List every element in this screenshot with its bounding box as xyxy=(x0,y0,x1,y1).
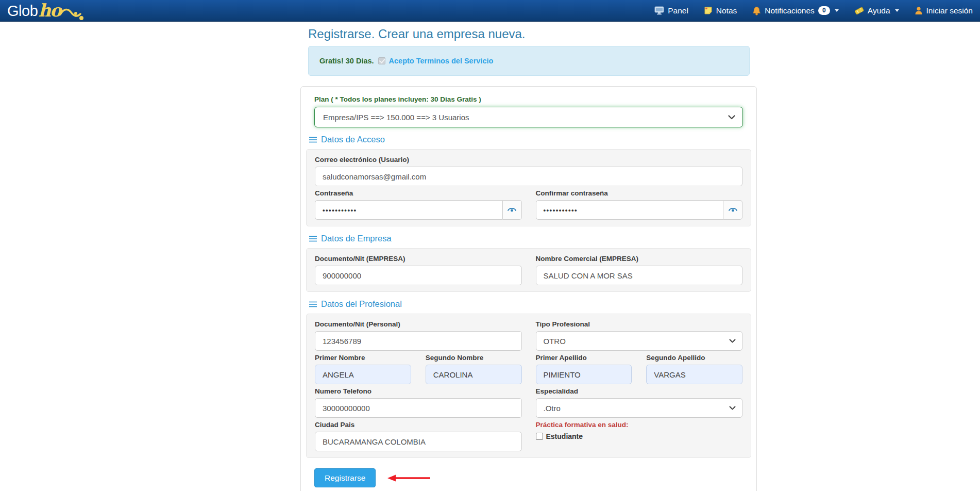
confirm-password-value: ••••••••••• xyxy=(544,206,578,214)
menu-bars-icon xyxy=(309,301,317,307)
telefono-field[interactable]: 30000000000 xyxy=(315,398,522,418)
user-icon xyxy=(915,6,923,15)
primer-apellido-field[interactable]: PIMIENTO xyxy=(536,365,632,384)
plan-select-value: Empresa/IPS ==> 150.000 ==> 3 Usuarios xyxy=(323,113,728,122)
password-field[interactable]: ••••••••••• xyxy=(315,200,503,220)
free-trial-alert: Gratis! 30 Dias. Acepto Terminos del Ser… xyxy=(308,46,750,76)
nav-item-label: Panel xyxy=(668,6,688,15)
tipo-profesional-select[interactable]: OTRO xyxy=(536,331,743,351)
nav-item-notificaciones[interactable]: Notificaciones 0 xyxy=(745,0,847,22)
page-title: Registrarse. Crear una empresa nueva. xyxy=(308,27,757,41)
segundo-apellido-label: Segundo Apellido xyxy=(646,354,742,362)
logo-swoosh-icon xyxy=(60,7,85,21)
nav-item-label: Notas xyxy=(716,6,737,15)
company-name-field[interactable]: SALUD CON A MOR SAS xyxy=(536,266,743,285)
password-label: Contraseña xyxy=(315,189,522,198)
panel-datos-profesional: Documento/Nit (Personal) 123456789 Tipo … xyxy=(306,314,751,458)
globho-logo[interactable]: Globho xyxy=(7,0,85,22)
nav-item-panel[interactable]: Panel xyxy=(647,0,696,22)
nav-item-notas[interactable]: Notas xyxy=(696,0,745,22)
tipo-profesional-value: OTRO xyxy=(544,337,730,346)
ciudad-label: Ciudad Pais xyxy=(315,421,522,429)
segundo-nombre-field[interactable]: CAROLINA xyxy=(426,365,522,384)
confirm-password-label: Confirmar contraseña xyxy=(536,189,743,198)
telefono-value: 30000000000 xyxy=(323,404,370,413)
top-navbar: Globho Panel Notas xyxy=(0,0,980,22)
navbar-menu: Panel Notas Notificaciones 0 xyxy=(647,0,975,22)
primer-apellido-value: PIMIENTO xyxy=(544,370,581,379)
segundo-apellido-value: VARGAS xyxy=(654,370,685,379)
nav-item-label: Notificaciones xyxy=(765,6,815,15)
logo-text-yellow: ho xyxy=(38,0,60,21)
ticket-icon xyxy=(854,6,864,15)
personal-doc-field[interactable]: 123456789 xyxy=(315,331,522,351)
primer-nombre-value: ANGELA xyxy=(323,370,354,379)
red-arrow-annotation xyxy=(387,474,431,482)
plan-label: Plan ( * Todos los planes incluyen: 30 D… xyxy=(314,95,743,103)
personal-doc-label: Documento/Nit (Personal) xyxy=(315,320,522,329)
section-header-acceso: Datos de Acceso xyxy=(309,135,743,144)
menu-bars-icon xyxy=(309,137,317,143)
eye-icon xyxy=(729,207,737,213)
ciudad-field[interactable]: BUCARAMANGA COLOMBIA xyxy=(315,432,522,451)
company-nit-field[interactable]: 900000000 xyxy=(315,266,522,285)
segundo-apellido-field[interactable]: VARGAS xyxy=(646,365,742,384)
nav-item-label: Ayuda xyxy=(868,6,890,15)
section-title: Datos de Empresa xyxy=(321,234,392,243)
chevron-down-icon xyxy=(729,406,736,410)
accept-terms-checkbox[interactable] xyxy=(378,57,385,64)
ciudad-value: BUCARAMANGA COLOMBIA xyxy=(323,437,426,446)
eye-icon xyxy=(508,207,516,213)
panel-datos-acceso: Correo electrónico (Usuario) saludconamo… xyxy=(306,149,751,226)
nav-item-label: Iniciar sesión xyxy=(926,6,973,15)
bell-icon xyxy=(752,6,761,15)
nav-item-iniciar-sesion[interactable]: Iniciar sesión xyxy=(907,0,975,22)
notifications-count-badge: 0 xyxy=(818,6,830,15)
chevron-down-icon xyxy=(728,115,735,120)
company-nit-label: Documento/Nit (EMPRESA) xyxy=(315,255,522,263)
main-content: Registrarse. Crear una empresa nueva. Gr… xyxy=(300,27,757,491)
show-confirm-password-button[interactable] xyxy=(723,200,742,220)
confirm-password-field[interactable]: ••••••••••• xyxy=(536,200,724,220)
panel-datos-empresa: Documento/Nit (EMPRESA) 900000000 Nombre… xyxy=(306,248,751,292)
arrow-left-icon xyxy=(387,474,431,482)
segundo-nombre-value: CAROLINA xyxy=(433,370,473,379)
note-icon xyxy=(704,6,713,15)
telefono-label: Numero Telefono xyxy=(315,387,522,396)
show-password-button[interactable] xyxy=(503,200,522,220)
especialidad-label: Especialidad xyxy=(536,387,743,396)
plan-select[interactable]: Empresa/IPS ==> 150.000 ==> 3 Usuarios xyxy=(314,107,743,127)
free-trial-text: Gratis! 30 Dias. xyxy=(319,57,374,65)
chevron-down-icon xyxy=(729,339,736,343)
section-header-profesional: Datos del Profesional xyxy=(309,299,743,309)
estudiante-checkbox[interactable] xyxy=(536,433,543,440)
especialidad-select[interactable]: .Otro xyxy=(536,398,743,418)
menu-bars-icon xyxy=(309,236,317,242)
primer-nombre-field[interactable]: ANGELA xyxy=(315,365,411,384)
primer-nombre-label: Primer Nombre xyxy=(315,354,411,362)
email-field[interactable]: saludconamorsas@gmail.com xyxy=(315,167,742,186)
nav-item-ayuda[interactable]: Ayuda xyxy=(847,0,907,22)
especialidad-value: .Otro xyxy=(544,404,730,413)
section-header-empresa: Datos de Empresa xyxy=(309,234,743,243)
section-title: Datos del Profesional xyxy=(321,299,402,309)
practica-formativa-label: Práctica formativa en salud: xyxy=(536,421,743,429)
estudiante-checkbox-label: Estudiante xyxy=(546,432,583,440)
company-nit-value: 900000000 xyxy=(323,271,361,280)
registrarse-button[interactable]: Registrarse xyxy=(314,468,376,487)
section-title: Datos de Acceso xyxy=(321,135,385,144)
email-value: saludconamorsas@gmail.com xyxy=(323,172,426,181)
chevron-down-icon xyxy=(835,9,839,12)
segundo-nombre-label: Segundo Nombre xyxy=(426,354,522,362)
terms-link[interactable]: Acepto Terminos del Servicio xyxy=(389,57,494,65)
password-value: ••••••••••• xyxy=(323,206,357,214)
monitor-icon xyxy=(654,6,664,15)
chevron-down-icon xyxy=(895,9,899,12)
personal-doc-value: 123456789 xyxy=(323,337,361,346)
registration-form-card: Plan ( * Todos los planes incluyen: 30 D… xyxy=(300,86,757,491)
company-name-value: SALUD CON A MOR SAS xyxy=(544,271,633,280)
primer-apellido-label: Primer Apellido xyxy=(536,354,632,362)
tipo-profesional-label: Tipo Profesional xyxy=(536,320,743,329)
logo-text-white: Glob xyxy=(7,0,38,22)
company-name-label: Nombre Comercial (EMPRESA) xyxy=(536,255,743,263)
